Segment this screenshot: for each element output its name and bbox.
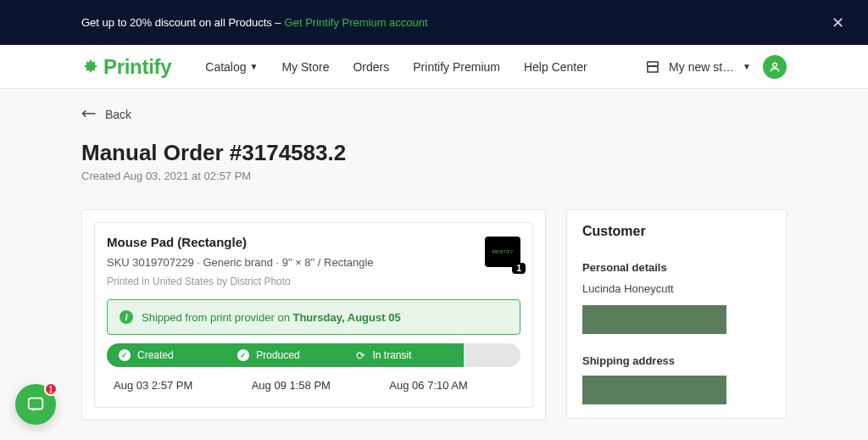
nav-catalog[interactable]: Catalog ▼ [205, 60, 258, 74]
progress-produced: ✓ Produced [225, 343, 344, 367]
ts-transit: Aug 06 7:10 AM [382, 376, 520, 395]
store-icon [645, 59, 660, 75]
store-selector[interactable]: My new st… ▼ [645, 59, 751, 75]
nav-help[interactable]: Help Center [524, 60, 587, 74]
check-icon: ✓ [119, 349, 131, 361]
notification-badge: 1 [44, 382, 58, 396]
sync-icon: ⟳ [356, 349, 365, 362]
product-title: Mouse Pad (Rectangle) [107, 235, 374, 249]
ts-produced: Aug 09 1:58 PM [245, 376, 383, 395]
chevron-down-icon: ▼ [743, 62, 751, 71]
redacted-shipping [582, 376, 726, 404]
quantity-badge: 1 [512, 263, 526, 274]
personal-details-label: Personal details [582, 261, 771, 274]
store-name: My new st… [669, 60, 734, 74]
svg-rect-1 [29, 398, 43, 409]
timestamps: Aug 03 2:57 PM Aug 09 1:58 PM Aug 06 7:1… [107, 376, 520, 395]
svg-point-0 [773, 63, 777, 67]
progress-remaining [464, 343, 520, 367]
product-thumbnail[interactable]: PRINTIFY 1 [485, 237, 520, 267]
thumbnail-brand: PRINTIFY [492, 249, 513, 254]
product-box: Mouse Pad (Rectangle) SKU 3019707229 · G… [94, 222, 533, 408]
arrow-left-icon [81, 108, 97, 121]
shipping-text: Shipped from print provider on Thursday,… [142, 311, 401, 324]
avatar[interactable] [763, 55, 787, 79]
logo-icon [81, 58, 100, 76]
customer-card: Customer Personal details Lucinda Honeyc… [566, 209, 787, 419]
back-label: Back [105, 108, 131, 121]
order-card: Mouse Pad (Rectangle) SKU 3019707229 · G… [81, 209, 546, 421]
shipping-banner: i Shipped from print provider on Thursda… [107, 299, 520, 335]
navbar: Printify Catalog ▼ My Store Orders Print… [0, 45, 868, 89]
product-print-info: Printed in United States by District Pho… [107, 276, 374, 287]
page-subtitle: Created Aug 03, 2021 at 02:57 PM [81, 170, 787, 182]
info-icon: i [120, 310, 133, 324]
close-icon[interactable]: ✕ [832, 14, 844, 32]
progress-bar: ✓ Created ✓ Produced ⟳ In transit [107, 343, 520, 367]
page-title: Manual Order #3174583.2 [81, 140, 787, 166]
logo-text: Printify [103, 55, 171, 79]
customer-name: Lucinda Honeycutt [582, 282, 771, 295]
nav-catalog-label: Catalog [205, 60, 246, 74]
announcement-text: Get up to 20% discount on all Products – [81, 16, 281, 29]
logo[interactable]: Printify [81, 55, 171, 79]
customer-title: Customer [582, 224, 771, 239]
announcement-bar: Get up to 20% discount on all Products –… [0, 0, 868, 45]
progress-transit: ⟳ In transit [344, 343, 463, 367]
back-button[interactable]: Back [81, 108, 787, 121]
nav-right: My new st… ▼ [645, 55, 787, 79]
nav-orders[interactable]: Orders [353, 60, 389, 74]
nav-mystore[interactable]: My Store [281, 60, 329, 74]
chevron-down-icon: ▼ [250, 62, 259, 71]
progress-created: ✓ Created [107, 343, 225, 367]
nav-links: Catalog ▼ My Store Orders Printify Premi… [205, 60, 587, 74]
shipping-address-label: Shipping address [582, 354, 771, 367]
nav-premium[interactable]: Printify Premium [413, 60, 500, 74]
page: Back Manual Order #3174583.2 Created Aug… [0, 89, 868, 421]
announcement-link[interactable]: Get Printify Premium account [285, 16, 428, 29]
product-meta: SKU 3019707229 · Generic brand · 9" × 8"… [107, 256, 374, 269]
intercom-button[interactable]: 1 [15, 384, 56, 425]
ts-created: Aug 03 2:57 PM [107, 376, 245, 395]
redacted-personal [582, 305, 726, 334]
check-icon: ✓ [237, 349, 249, 361]
